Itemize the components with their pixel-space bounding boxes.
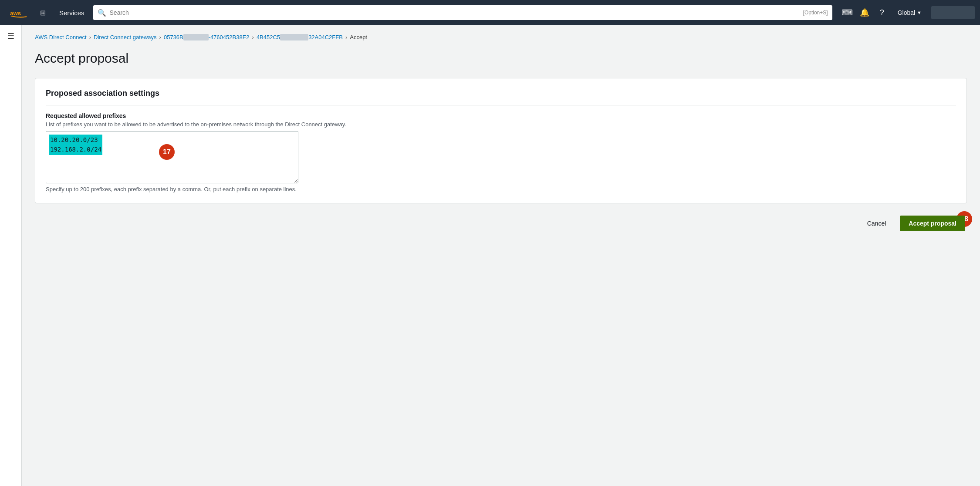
- region-label: Global: [898, 9, 915, 16]
- accept-proposal-button[interactable]: Accept proposal: [900, 216, 965, 231]
- breadcrumb-sep-3: ›: [252, 34, 254, 40]
- navbar: aws ⊞ Services 🔍 [Option+S] ⌨ 🔔 ? Global…: [0, 0, 980, 25]
- breadcrumb-gateways[interactable]: Direct Connect gateways: [94, 34, 157, 40]
- help-icon[interactable]: ?: [874, 5, 890, 20]
- prefixes-textarea-wrapper: 10.20.20.0/23 192.168.2.0/24 10.20.20.0/…: [46, 131, 298, 183]
- aws-logo[interactable]: aws: [5, 1, 31, 24]
- services-menu[interactable]: Services: [54, 6, 90, 20]
- footer-actions: Cancel Accept proposal 18: [35, 216, 967, 231]
- svg-text:aws: aws: [10, 10, 21, 17]
- breadcrumb-accept: Accept: [350, 34, 367, 40]
- grid-icon[interactable]: ⊞: [35, 5, 51, 20]
- breadcrumb-assoc-id[interactable]: 4B452C5 32A04C2FFB: [257, 34, 343, 40]
- breadcrumb-redacted-1: [183, 34, 209, 40]
- prefixes-desc: List of prefixes you want to be allowed …: [46, 121, 956, 128]
- breadcrumb-sep-2: ›: [159, 34, 161, 40]
- bell-icon[interactable]: 🔔: [857, 5, 872, 20]
- search-input[interactable]: [110, 9, 800, 16]
- nav-icons: ⌨ 🔔 ?: [839, 5, 890, 20]
- settings-card: Proposed association settings Requested …: [35, 78, 967, 203]
- search-shortcut: [Option+S]: [803, 10, 828, 16]
- badge-17: 17: [159, 144, 175, 160]
- breadcrumb-sep-4: ›: [345, 34, 347, 40]
- breadcrumb-direct-connect[interactable]: AWS Direct Connect: [35, 34, 87, 40]
- breadcrumb-gateway-id[interactable]: 05736B -4760452B38E2: [164, 34, 250, 40]
- main-content: AWS Direct Connect › Direct Connect gate…: [22, 25, 980, 486]
- breadcrumb-redacted-2: [280, 34, 308, 40]
- region-chevron: ▼: [917, 10, 922, 15]
- account-menu[interactable]: [931, 6, 975, 19]
- search-icon: 🔍: [98, 9, 106, 17]
- page-title: Accept proposal: [35, 51, 967, 66]
- breadcrumb-sep-1: ›: [89, 34, 91, 40]
- services-label: Services: [59, 9, 84, 17]
- terminal-icon[interactable]: ⌨: [839, 5, 855, 20]
- accept-button-wrapper: Accept proposal 18: [900, 216, 965, 231]
- search-bar[interactable]: 🔍 [Option+S]: [93, 5, 832, 20]
- prefixes-field: Requested allowed prefixes List of prefi…: [46, 112, 956, 192]
- breadcrumb: AWS Direct Connect › Direct Connect gate…: [35, 34, 967, 40]
- prefixes-hint: Specify up to 200 prefixes, each prefix …: [46, 186, 956, 192]
- cancel-button[interactable]: Cancel: [860, 216, 893, 230]
- sidebar-toggle-button[interactable]: ☰: [0, 25, 22, 47]
- sidebar: ☰: [0, 25, 22, 486]
- region-selector[interactable]: Global ▼: [893, 6, 926, 20]
- card-title: Proposed association settings: [46, 89, 956, 105]
- prefixes-label: Requested allowed prefixes: [46, 112, 956, 119]
